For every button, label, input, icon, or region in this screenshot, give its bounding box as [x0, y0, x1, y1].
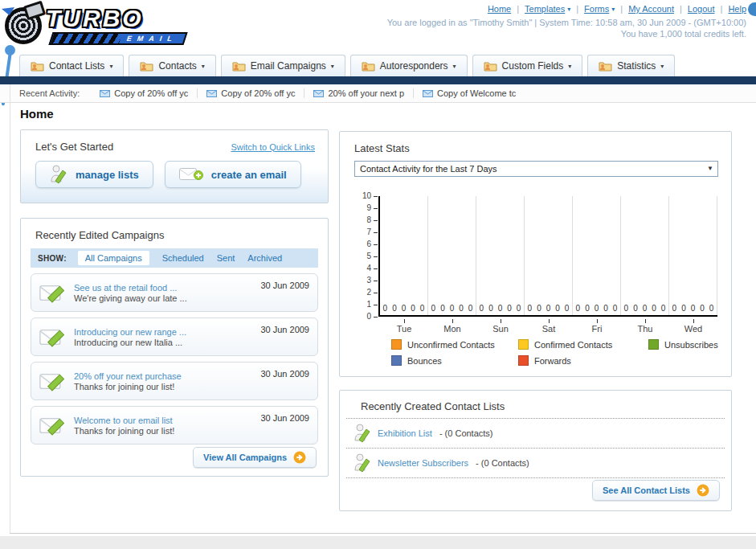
nav-tab[interactable]: Contacts ▾	[129, 55, 215, 76]
contact-list-link[interactable]: Newsletter Subscribers	[378, 458, 468, 468]
data-value-label: 0	[633, 304, 638, 313]
chart-plot: 00000000000000000000000000000000000	[378, 196, 717, 317]
recent-activity-item-label: Copy of Welcome tc	[437, 88, 516, 98]
tab-icon	[31, 60, 44, 72]
campaign-filter-link[interactable]: Scheduled	[162, 253, 204, 263]
tab-label: Statistics	[617, 60, 656, 72]
y-tick-label: 10	[362, 192, 371, 200]
chevron-down-icon: ▾	[109, 63, 112, 70]
recent-activity-item[interactable]: 20% off your next p	[304, 88, 413, 98]
data-value-label: 0	[585, 304, 590, 313]
recent-activity-item-label: Copy of 20% off yc	[221, 88, 295, 98]
turbocharger-icon	[5, 7, 42, 44]
main-nav-tabs: Contact Lists ▾ Contacts ▾ E	[0, 53, 756, 76]
select-arrow-icon: ▼	[707, 165, 713, 172]
recent-activity-item[interactable]: Copy of 20% off yc	[197, 88, 304, 98]
x-tick-label: Sun	[476, 321, 525, 334]
campaign-title-link[interactable]: Welcome to our email list	[74, 416, 174, 425]
top-nav-link[interactable]: Templates	[525, 4, 565, 14]
app-window: TURBO EMAIL Home Templates ▾ Forms ▾	[0, 0, 756, 549]
envelope-icon	[100, 90, 110, 97]
data-value-label: 0	[440, 304, 445, 313]
y-tick-label: 7	[366, 228, 371, 236]
data-value-label: 0	[672, 304, 677, 313]
chart-day-group: 00000	[573, 196, 621, 315]
recent-activity-item[interactable]: Copy of 20% off yc	[91, 88, 197, 98]
tab-label: Contact Lists	[49, 60, 104, 72]
get-started-panel: Let's Get Started Switch to Quick Links …	[20, 129, 329, 203]
person-pencil-icon	[50, 164, 67, 185]
top-nav-link[interactable]: My Account	[628, 4, 674, 14]
top-nav-link[interactable]: Help	[728, 4, 746, 14]
campaign-filter-link[interactable]: All Campaigns	[78, 251, 149, 265]
campaign-filter-link[interactable]: Archived	[247, 253, 282, 263]
top-nav-item[interactable]: Forms ▾	[570, 4, 615, 14]
nav-tab[interactable]: Custom Fields ▾	[472, 55, 583, 76]
switch-quick-links-link[interactable]: Switch to Quick Links	[231, 142, 315, 152]
data-value-label: 0	[459, 304, 464, 313]
create-email-button[interactable]: create an email	[165, 161, 301, 188]
legend-swatch	[518, 339, 529, 350]
chart-day-group: 00000	[525, 196, 573, 315]
top-nav-item[interactable]: Logout	[674, 4, 715, 14]
campaign-title-link[interactable]: See us at the retail food ...	[74, 283, 187, 293]
top-nav-item[interactable]: My Account	[615, 4, 674, 14]
create-email-label: create an email	[211, 169, 287, 181]
stats-period-select[interactable]: Contact Activity for the Last 7 Days ▼	[354, 161, 718, 177]
top-nav-item[interactable]: Help	[715, 4, 746, 14]
contact-lists-title: Recently Created Contact Lists	[346, 391, 725, 419]
see-all-contact-lists-label: See All Contact Lists	[603, 485, 690, 495]
campaign-title-link[interactable]: 20% off your next purchase	[74, 371, 182, 381]
logo-stripes	[51, 34, 122, 43]
legend-item: Unsubscribes	[648, 339, 753, 350]
top-nav-link[interactable]: Forms	[584, 4, 609, 14]
contact-activity-chart: 109876543210 000000000000000000000000000…	[354, 196, 717, 334]
footer-band	[0, 536, 756, 549]
nav-tab[interactable]: Contact Lists ▾	[19, 55, 124, 76]
manage-lists-button[interactable]: manage lists	[35, 161, 153, 188]
x-tick-label: Mon	[428, 321, 476, 334]
campaigns-panel-title: Recently Edited Campaigns	[21, 219, 328, 241]
recent-activity-item[interactable]: Copy of Welcome tc	[413, 88, 525, 98]
legend-label: Confirmed Contacts	[534, 340, 612, 350]
nav-tab[interactable]: Statistics ▾	[587, 55, 675, 76]
chart-day-group: 00000	[428, 196, 476, 315]
data-value-label: 0	[576, 304, 581, 313]
nav-tab[interactable]: Email Campaigns ▾	[221, 55, 345, 76]
campaign-subtitle: Thanks for joining our list!	[74, 426, 174, 436]
data-value-label: 0	[691, 304, 696, 313]
nav-tab[interactable]: Autoresponders ▾	[350, 55, 468, 76]
tab-label: Custom Fields	[502, 60, 564, 72]
contact-list-link[interactable]: Exhibition List	[378, 428, 432, 438]
x-tick-label: Sat	[525, 321, 573, 334]
top-nav-link[interactable]: Logout	[688, 4, 715, 14]
see-all-contact-lists-button[interactable]: See All Contact Lists	[592, 480, 720, 501]
envelope-icon	[206, 90, 217, 97]
legend-swatch	[518, 355, 529, 366]
campaign-title-link[interactable]: Introducing our new range ...	[74, 327, 186, 337]
chart-legend: Unconfirmed Contacts Confirmed Contacts …	[391, 339, 753, 366]
campaign-card: See us at the retail food ... We're givi…	[31, 273, 318, 312]
campaign-filters: All Campaigns Scheduled Sent Archived	[78, 251, 282, 265]
campaign-date: 30 Jun 2009	[260, 410, 309, 423]
data-value-label: 0	[595, 304, 599, 313]
data-value-label: 0	[624, 304, 629, 313]
turbo-email-logo: TURBO EMAIL	[5, 2, 186, 49]
top-nav-item[interactable]: Templates ▾	[511, 4, 570, 14]
view-all-campaigns-label: View All Campaigns	[203, 453, 287, 462]
chart-day-group: 00000	[621, 196, 669, 315]
recent-activity-bar: Recent Activity: Copy of 20% off yc	[0, 84, 756, 102]
chevron-down-icon: ▾	[660, 63, 664, 70]
help-callout-dot	[748, 2, 756, 16]
campaign-subtitle: We're giving away our late ...	[74, 293, 187, 303]
campaign-filter-link[interactable]: Sent	[217, 253, 235, 263]
data-value-label: 0	[528, 304, 533, 313]
logo-word-email: EMAIL	[125, 35, 178, 43]
view-all-campaigns-button[interactable]: View All Campaigns	[193, 447, 317, 468]
tab-icon	[599, 60, 612, 72]
legend-item: Bounces	[391, 355, 518, 366]
top-nav: Home Templates ▾ Forms ▾ My Account Logo…	[488, 4, 746, 14]
top-nav-item[interactable]: Home	[488, 4, 511, 14]
legend-item: Unconfirmed Contacts	[391, 339, 518, 350]
top-nav-link[interactable]: Home	[488, 4, 511, 14]
